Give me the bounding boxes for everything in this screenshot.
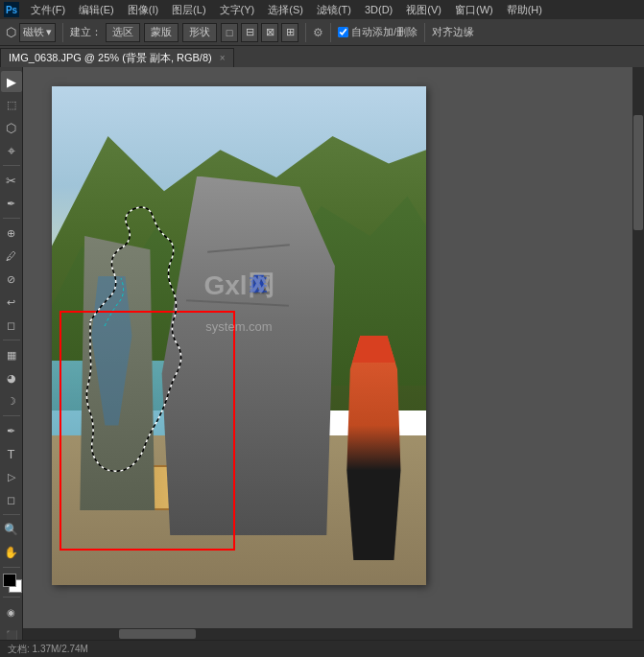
document-tab[interactable]: IMG_0638.JPG @ 25% (背景 副本, RGB/8) × bbox=[0, 48, 234, 67]
horizontal-scrollbar[interactable] bbox=[23, 628, 644, 640]
divider-2 bbox=[305, 23, 306, 42]
tool-shape[interactable]: ◻ bbox=[1, 489, 22, 510]
menu-select[interactable]: 选择(S) bbox=[262, 0, 309, 19]
tool-pen[interactable]: ✒ bbox=[1, 420, 22, 441]
menu-type[interactable]: 文字(Y) bbox=[214, 0, 261, 19]
tool-blur[interactable]: ◕ bbox=[1, 367, 22, 388]
left-toolbar: ▶ ⬚ ⬡ ⌖ ✂ ✒ ⊕ 🖊 ⊘ ↩ ◻ ▦ ◕ ☽ ✒ T ▷ ◻ 🔍 ✋ … bbox=[0, 67, 23, 657]
tool-option-type: ⬡ 磁铁 ▾ bbox=[6, 23, 56, 42]
status-bar: 文档: 1.37M/2.74M bbox=[0, 640, 644, 657]
tool-eraser[interactable]: ◻ bbox=[1, 315, 22, 336]
tool-type[interactable]: T bbox=[1, 443, 22, 464]
tool-rectangle-select[interactable]: ⬚ bbox=[1, 94, 22, 115]
menu-image[interactable]: 图像(I) bbox=[122, 0, 164, 19]
tab-bar: IMG_0638.JPG @ 25% (背景 副本, RGB/8) × bbox=[0, 46, 644, 67]
toolbar-sep-5 bbox=[3, 514, 20, 515]
v-scroll-thumb[interactable] bbox=[633, 115, 643, 230]
canvas-area[interactable]: 蓝月谷 Gxl网 system.com bbox=[23, 67, 644, 657]
toolbar-sep-7 bbox=[3, 597, 20, 598]
tool-magic-wand[interactable]: ⌖ bbox=[1, 140, 22, 161]
tool-path-select[interactable]: ▷ bbox=[1, 466, 22, 487]
divider-4 bbox=[424, 23, 425, 42]
tool-option-icon: ⬡ bbox=[6, 25, 16, 39]
toolbar-sep-2 bbox=[3, 218, 20, 219]
menu-file[interactable]: 文件(F) bbox=[25, 0, 71, 19]
menu-view[interactable]: 视图(V) bbox=[400, 0, 447, 19]
h-scroll-thumb[interactable] bbox=[119, 629, 196, 639]
options-bar: ⬡ 磁铁 ▾ 建立： 选区 蒙版 形状 □ ⊟ ⊠ ⊞ ⚙ 自动添加/删除 对齐… bbox=[0, 19, 644, 46]
status-info: 文档: 1.37M/2.74M bbox=[8, 643, 88, 656]
mask-option-button[interactable]: 蒙版 bbox=[144, 23, 179, 42]
tool-lasso[interactable]: ⬡ bbox=[1, 117, 22, 138]
menu-edit[interactable]: 编辑(E) bbox=[73, 0, 120, 19]
align-edge-option[interactable]: 对齐边缘 bbox=[432, 25, 474, 39]
toolbar-sep-4 bbox=[3, 415, 20, 416]
photo: 蓝月谷 Gxl网 system.com bbox=[52, 86, 426, 585]
divider-3 bbox=[330, 23, 331, 42]
menu-filter[interactable]: 滤镜(T) bbox=[311, 0, 357, 19]
tool-magnet-dropdown[interactable]: 磁铁 ▾ bbox=[19, 23, 56, 42]
menu-help[interactable]: 帮助(H) bbox=[501, 0, 548, 19]
menu-layer[interactable]: 图层(L) bbox=[166, 0, 211, 19]
toolbar-sep-3 bbox=[3, 340, 20, 340]
tool-healing-brush[interactable]: ⊕ bbox=[1, 223, 22, 244]
menu-window[interactable]: 窗口(W) bbox=[449, 0, 499, 19]
tool-brush[interactable]: 🖊 bbox=[1, 246, 22, 267]
intersect-selection-button[interactable]: ⊠ bbox=[261, 23, 278, 42]
auto-add-option[interactable]: 自动添加/删除 bbox=[338, 25, 417, 39]
divider-1 bbox=[62, 23, 63, 42]
color-selector[interactable] bbox=[1, 572, 22, 593]
tool-selection[interactable]: ▶ bbox=[1, 71, 22, 92]
subtract-selection-button[interactable]: ⊟ bbox=[241, 23, 258, 42]
auto-add-checkbox[interactable] bbox=[338, 27, 348, 37]
build-label: 建立： bbox=[70, 25, 102, 39]
tool-zoom[interactable]: 🔍 bbox=[1, 519, 22, 540]
tab-close-button[interactable]: × bbox=[220, 53, 226, 63]
tool-quick-mask[interactable]: ◉ bbox=[1, 601, 22, 622]
tool-crop[interactable]: ✂ bbox=[1, 170, 22, 191]
tool-eyedropper[interactable]: ✒ bbox=[1, 193, 22, 214]
vertical-scrollbar[interactable] bbox=[632, 67, 644, 628]
rock-line-2 bbox=[186, 299, 289, 307]
toolbar-sep-6 bbox=[3, 567, 20, 568]
tab-filename: IMG_0638.JPG @ 25% (背景 副本, RGB/8) bbox=[9, 51, 212, 65]
image-canvas: 蓝月谷 Gxl网 system.com bbox=[52, 86, 426, 585]
toolbar-sep-1 bbox=[3, 165, 20, 166]
rock-line-1 bbox=[207, 245, 290, 253]
menu-3d[interactable]: 3D(D) bbox=[359, 0, 398, 19]
ps-logo: Ps bbox=[4, 2, 19, 17]
foreground-color[interactable] bbox=[3, 574, 16, 587]
tool-history-brush[interactable]: ↩ bbox=[1, 292, 22, 313]
tool-clone-stamp[interactable]: ⊘ bbox=[1, 269, 22, 290]
gear-icon[interactable]: ⚙ bbox=[313, 26, 323, 39]
tool-hand[interactable]: ✋ bbox=[1, 542, 22, 563]
add-to-selection-button[interactable]: □ bbox=[221, 23, 238, 42]
tool-dodge[interactable]: ☽ bbox=[1, 390, 22, 411]
select-option-button[interactable]: 选区 bbox=[106, 23, 140, 42]
exclude-selection-button[interactable]: ⊞ bbox=[281, 23, 298, 42]
menu-bar: Ps 文件(F) 编辑(E) 图像(I) 图层(L) 文字(Y) 选择(S) 滤… bbox=[0, 0, 644, 19]
tool-gradient[interactable]: ▦ bbox=[1, 344, 22, 365]
shape-option-button[interactable]: 形状 bbox=[182, 23, 217, 42]
